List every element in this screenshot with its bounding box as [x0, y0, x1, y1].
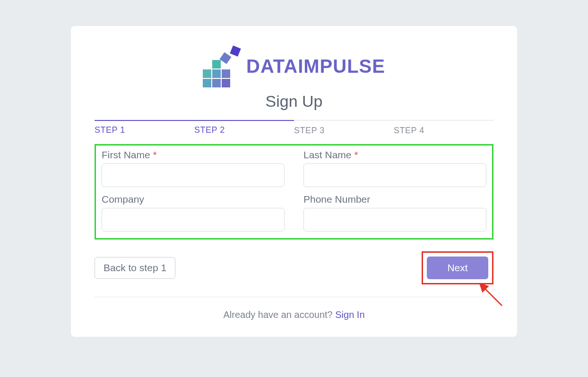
step-1[interactable]: STEP 1	[95, 125, 194, 136]
next-highlight-box: Next	[422, 251, 493, 284]
signin-prompt-text: Already have an account?	[223, 309, 335, 320]
company-label: Company	[102, 194, 285, 205]
last-name-field: Last Name *	[303, 149, 486, 187]
company-input[interactable]	[102, 208, 285, 231]
first-name-label: First Name *	[102, 149, 285, 161]
company-field: Company	[102, 194, 285, 231]
signin-link[interactable]: Sign In	[335, 309, 364, 320]
back-button[interactable]: Back to step 1	[95, 257, 175, 279]
brand-logo: DATAIMPULSE	[203, 45, 385, 87]
step-3[interactable]: STEP 3	[294, 126, 394, 136]
step-indicator: STEP 1 STEP 2 STEP 3 STEP 4	[95, 120, 493, 136]
phone-field: Phone Number	[303, 194, 486, 231]
signup-card: DATAIMPULSE Sign Up STEP 1 STEP 2 STEP 3…	[71, 26, 517, 337]
logo-text: DATAIMPULSE	[246, 56, 385, 77]
step-4[interactable]: STEP 4	[394, 126, 493, 136]
phone-label: Phone Number	[303, 194, 486, 205]
first-name-input[interactable]	[102, 163, 285, 187]
signin-prompt: Already have an account? Sign In	[95, 309, 493, 320]
last-name-label: Last Name *	[303, 149, 486, 161]
last-name-input[interactable]	[303, 163, 486, 187]
first-name-field: First Name *	[102, 149, 285, 187]
logo-mark-icon	[203, 45, 241, 87]
form-highlight-box: First Name * Last Name * Company Phone N…	[95, 144, 493, 240]
annotation-arrow-icon	[476, 280, 504, 308]
logo-container: DATAIMPULSE	[95, 45, 493, 87]
phone-input[interactable]	[303, 208, 486, 231]
page-title: Sign Up	[95, 92, 493, 111]
form-actions: Back to step 1 Next	[95, 251, 493, 297]
next-button[interactable]: Next	[427, 257, 488, 279]
svg-line-0	[481, 284, 502, 306]
step-2[interactable]: STEP 2	[194, 125, 294, 136]
